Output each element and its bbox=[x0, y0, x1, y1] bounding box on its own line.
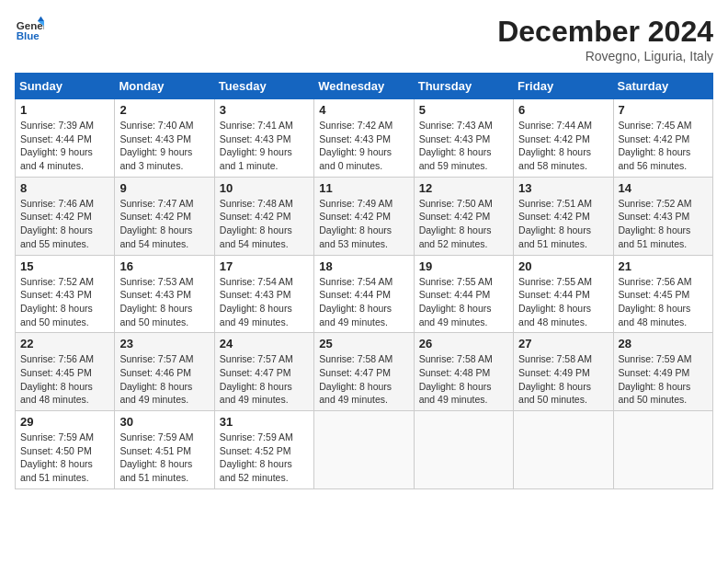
day-number: 24 bbox=[220, 337, 309, 350]
calendar-cell: 19Sunrise: 7:55 AM Sunset: 4:44 PM Dayli… bbox=[414, 255, 513, 333]
day-info: Sunrise: 7:56 AM Sunset: 4:45 PM Dayligh… bbox=[619, 275, 708, 329]
svg-text:Blue: Blue bbox=[17, 30, 40, 41]
day-info: Sunrise: 7:58 AM Sunset: 4:49 PM Dayligh… bbox=[518, 352, 608, 407]
day-info: Sunrise: 7:45 AM Sunset: 4:42 PM Dayligh… bbox=[619, 119, 708, 173]
weekday-header-wednesday: Wednesday bbox=[314, 74, 414, 99]
calendar-cell bbox=[613, 411, 712, 489]
calendar-cell bbox=[314, 411, 414, 489]
day-info: Sunrise: 7:54 AM Sunset: 4:44 PM Dayligh… bbox=[319, 275, 408, 329]
day-number: 11 bbox=[319, 181, 408, 195]
day-number: 10 bbox=[220, 181, 309, 195]
day-number: 8 bbox=[20, 181, 109, 195]
day-number: 2 bbox=[119, 103, 209, 117]
day-number: 15 bbox=[20, 259, 109, 273]
day-number: 1 bbox=[20, 103, 109, 117]
day-info: Sunrise: 7:42 AM Sunset: 4:43 PM Dayligh… bbox=[319, 119, 408, 173]
day-info: Sunrise: 7:39 AM Sunset: 4:44 PM Dayligh… bbox=[20, 119, 109, 173]
day-info: Sunrise: 7:55 AM Sunset: 4:44 PM Dayligh… bbox=[518, 275, 608, 329]
calendar-cell: 9Sunrise: 7:47 AM Sunset: 4:42 PM Daylig… bbox=[115, 177, 214, 255]
calendar-cell: 30Sunrise: 7:59 AM Sunset: 4:51 PM Dayli… bbox=[115, 411, 214, 489]
day-info: Sunrise: 7:59 AM Sunset: 4:49 PM Dayligh… bbox=[619, 352, 708, 407]
day-number: 19 bbox=[419, 259, 508, 273]
calendar-cell bbox=[414, 411, 513, 489]
day-number: 18 bbox=[319, 259, 408, 273]
day-info: Sunrise: 7:59 AM Sunset: 4:52 PM Dayligh… bbox=[220, 431, 309, 485]
week-row-1: 1Sunrise: 7:39 AM Sunset: 4:44 PM Daylig… bbox=[16, 99, 713, 178]
logo: General Blue bbox=[15, 15, 44, 44]
day-number: 14 bbox=[619, 181, 708, 195]
calendar-cell: 12Sunrise: 7:50 AM Sunset: 4:42 PM Dayli… bbox=[414, 177, 513, 255]
day-number: 13 bbox=[518, 181, 608, 195]
calendar-cell bbox=[514, 411, 613, 489]
day-number: 5 bbox=[419, 103, 508, 117]
logo-icon: General Blue bbox=[15, 15, 44, 44]
day-number: 4 bbox=[319, 103, 408, 117]
day-number: 9 bbox=[119, 181, 209, 195]
calendar-cell: 22Sunrise: 7:56 AM Sunset: 4:45 PM Dayli… bbox=[16, 333, 115, 411]
calendar-cell: 27Sunrise: 7:58 AM Sunset: 4:49 PM Dayli… bbox=[514, 333, 613, 411]
day-info: Sunrise: 7:56 AM Sunset: 4:45 PM Dayligh… bbox=[20, 352, 109, 407]
day-info: Sunrise: 7:57 AM Sunset: 4:47 PM Dayligh… bbox=[220, 352, 309, 407]
calendar-cell: 31Sunrise: 7:59 AM Sunset: 4:52 PM Dayli… bbox=[214, 411, 313, 489]
day-number: 29 bbox=[20, 415, 109, 429]
calendar-table: SundayMondayTuesdayWednesdayThursdayFrid… bbox=[15, 73, 713, 489]
calendar-cell: 5Sunrise: 7:43 AM Sunset: 4:43 PM Daylig… bbox=[414, 99, 513, 178]
calendar-cell: 10Sunrise: 7:48 AM Sunset: 4:42 PM Dayli… bbox=[214, 177, 313, 255]
week-row-5: 29Sunrise: 7:59 AM Sunset: 4:50 PM Dayli… bbox=[16, 411, 713, 489]
week-row-2: 8Sunrise: 7:46 AM Sunset: 4:42 PM Daylig… bbox=[16, 177, 713, 255]
calendar-cell: 3Sunrise: 7:41 AM Sunset: 4:43 PM Daylig… bbox=[214, 99, 313, 178]
week-row-3: 15Sunrise: 7:52 AM Sunset: 4:43 PM Dayli… bbox=[16, 255, 713, 333]
week-row-4: 22Sunrise: 7:56 AM Sunset: 4:45 PM Dayli… bbox=[16, 333, 713, 411]
page-header: General Blue December 2024 Rovegno, Ligu… bbox=[15, 15, 713, 63]
calendar-cell: 18Sunrise: 7:54 AM Sunset: 4:44 PM Dayli… bbox=[314, 255, 414, 333]
calendar-cell: 25Sunrise: 7:58 AM Sunset: 4:47 PM Dayli… bbox=[314, 333, 414, 411]
calendar-cell: 1Sunrise: 7:39 AM Sunset: 4:44 PM Daylig… bbox=[16, 99, 115, 178]
day-number: 26 bbox=[419, 337, 508, 350]
day-info: Sunrise: 7:51 AM Sunset: 4:42 PM Dayligh… bbox=[518, 197, 608, 251]
calendar-cell: 13Sunrise: 7:51 AM Sunset: 4:42 PM Dayli… bbox=[514, 177, 613, 255]
day-info: Sunrise: 7:43 AM Sunset: 4:43 PM Dayligh… bbox=[419, 119, 508, 173]
calendar-cell: 7Sunrise: 7:45 AM Sunset: 4:42 PM Daylig… bbox=[613, 99, 712, 178]
calendar-cell: 11Sunrise: 7:49 AM Sunset: 4:42 PM Dayli… bbox=[314, 177, 414, 255]
day-info: Sunrise: 7:41 AM Sunset: 4:43 PM Dayligh… bbox=[220, 119, 309, 173]
day-number: 23 bbox=[119, 337, 209, 350]
calendar-cell: 21Sunrise: 7:56 AM Sunset: 4:45 PM Dayli… bbox=[613, 255, 712, 333]
day-info: Sunrise: 7:55 AM Sunset: 4:44 PM Dayligh… bbox=[419, 275, 508, 329]
calendar-cell: 15Sunrise: 7:52 AM Sunset: 4:43 PM Dayli… bbox=[16, 255, 115, 333]
weekday-header-tuesday: Tuesday bbox=[214, 74, 313, 99]
day-info: Sunrise: 7:52 AM Sunset: 4:43 PM Dayligh… bbox=[619, 197, 708, 251]
calendar-cell: 14Sunrise: 7:52 AM Sunset: 4:43 PM Dayli… bbox=[613, 177, 712, 255]
svg-marker-2 bbox=[38, 17, 44, 21]
day-info: Sunrise: 7:50 AM Sunset: 4:42 PM Dayligh… bbox=[419, 197, 508, 251]
weekday-header-row: SundayMondayTuesdayWednesdayThursdayFrid… bbox=[16, 74, 713, 99]
day-number: 27 bbox=[518, 337, 608, 350]
day-number: 6 bbox=[518, 103, 608, 117]
calendar-cell: 16Sunrise: 7:53 AM Sunset: 4:43 PM Dayli… bbox=[115, 255, 214, 333]
day-info: Sunrise: 7:59 AM Sunset: 4:50 PM Dayligh… bbox=[20, 431, 109, 485]
location-subtitle: Rovegno, Liguria, Italy bbox=[497, 49, 713, 63]
calendar-cell: 23Sunrise: 7:57 AM Sunset: 4:46 PM Dayli… bbox=[115, 333, 214, 411]
calendar-cell: 24Sunrise: 7:57 AM Sunset: 4:47 PM Dayli… bbox=[214, 333, 313, 411]
weekday-header-thursday: Thursday bbox=[414, 74, 513, 99]
month-title: December 2024 bbox=[497, 15, 713, 49]
day-info: Sunrise: 7:40 AM Sunset: 4:43 PM Dayligh… bbox=[119, 119, 209, 173]
day-info: Sunrise: 7:44 AM Sunset: 4:42 PM Dayligh… bbox=[518, 119, 608, 173]
day-info: Sunrise: 7:54 AM Sunset: 4:43 PM Dayligh… bbox=[220, 275, 309, 329]
day-info: Sunrise: 7:57 AM Sunset: 4:46 PM Dayligh… bbox=[119, 352, 209, 407]
day-number: 21 bbox=[619, 259, 708, 273]
calendar-cell: 26Sunrise: 7:58 AM Sunset: 4:48 PM Dayli… bbox=[414, 333, 513, 411]
title-block: December 2024 Rovegno, Liguria, Italy bbox=[497, 15, 713, 63]
calendar-cell: 17Sunrise: 7:54 AM Sunset: 4:43 PM Dayli… bbox=[214, 255, 313, 333]
day-info: Sunrise: 7:58 AM Sunset: 4:48 PM Dayligh… bbox=[419, 352, 508, 407]
day-info: Sunrise: 7:48 AM Sunset: 4:42 PM Dayligh… bbox=[220, 197, 309, 251]
day-info: Sunrise: 7:47 AM Sunset: 4:42 PM Dayligh… bbox=[119, 197, 209, 251]
day-number: 17 bbox=[220, 259, 309, 273]
day-info: Sunrise: 7:49 AM Sunset: 4:42 PM Dayligh… bbox=[319, 197, 408, 251]
calendar-cell: 28Sunrise: 7:59 AM Sunset: 4:49 PM Dayli… bbox=[613, 333, 712, 411]
day-info: Sunrise: 7:53 AM Sunset: 4:43 PM Dayligh… bbox=[119, 275, 209, 329]
day-number: 30 bbox=[119, 415, 209, 429]
day-info: Sunrise: 7:58 AM Sunset: 4:47 PM Dayligh… bbox=[319, 352, 408, 407]
day-number: 16 bbox=[119, 259, 209, 273]
calendar-cell: 2Sunrise: 7:40 AM Sunset: 4:43 PM Daylig… bbox=[115, 99, 214, 178]
weekday-header-monday: Monday bbox=[115, 74, 214, 99]
